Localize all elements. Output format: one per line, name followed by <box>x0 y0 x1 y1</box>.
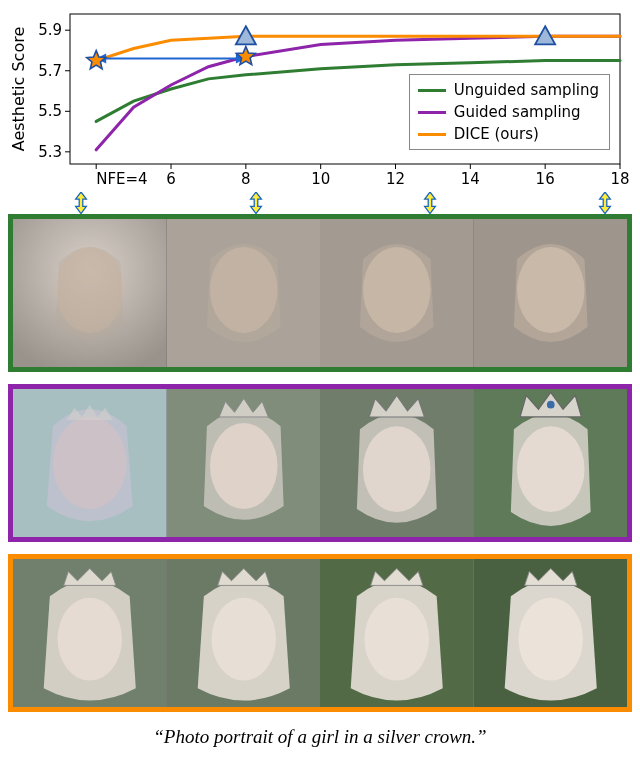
svg-text:5.3: 5.3 <box>38 143 62 161</box>
svg-text:12: 12 <box>386 170 405 188</box>
updown-arrow-icon <box>596 193 614 213</box>
sample-image <box>320 559 474 707</box>
image-row-dice <box>8 554 632 712</box>
sample-image <box>320 389 474 537</box>
image-row-unguided <box>8 214 632 372</box>
svg-text:5.7: 5.7 <box>38 62 62 80</box>
sample-image <box>13 389 167 537</box>
legend-label: DICE (ours) <box>454 125 539 143</box>
legend-swatch <box>418 133 446 136</box>
sample-image <box>474 559 628 707</box>
sample-image <box>13 219 167 367</box>
svg-marker-28 <box>236 47 255 65</box>
sample-image <box>474 389 628 537</box>
legend-label: Guided sampling <box>454 103 581 121</box>
legend-item: Guided sampling <box>418 101 599 123</box>
sample-image <box>320 219 474 367</box>
svg-text:Aesthetic Score: Aesthetic Score <box>9 27 28 152</box>
svg-text:18: 18 <box>610 170 629 188</box>
column-arrow-row <box>8 192 632 214</box>
legend-item: Unguided sampling <box>418 79 599 101</box>
image-row-guided <box>8 384 632 542</box>
legend-item: DICE (ours) <box>418 123 599 145</box>
chart-legend: Unguided sampling Guided sampling DICE (… <box>409 74 610 150</box>
legend-swatch <box>418 111 446 114</box>
svg-text:5.9: 5.9 <box>38 21 62 39</box>
updown-arrow-icon <box>247 193 265 213</box>
svg-text:8: 8 <box>241 170 251 188</box>
svg-text:14: 14 <box>461 170 480 188</box>
updown-arrow-icon <box>72 193 90 213</box>
legend-label: Unguided sampling <box>454 81 599 99</box>
legend-swatch <box>418 89 446 92</box>
svg-text:5.5: 5.5 <box>38 102 62 120</box>
sample-image <box>474 219 628 367</box>
svg-text:NFE=4: NFE=4 <box>96 170 147 188</box>
svg-text:6: 6 <box>166 170 176 188</box>
sample-image <box>167 389 321 537</box>
prompt-caption: “Photo portrait of a girl in a silver cr… <box>8 724 632 754</box>
aesthetic-score-chart: 5.35.55.75.9NFE=4681012141618Aesthetic S… <box>8 6 632 192</box>
svg-text:10: 10 <box>311 170 330 188</box>
svg-marker-27 <box>87 51 106 69</box>
updown-arrow-icon <box>421 193 439 213</box>
sample-image <box>167 219 321 367</box>
svg-text:16: 16 <box>536 170 555 188</box>
sample-image <box>13 559 167 707</box>
figure-container: 5.35.55.75.9NFE=4681012141618Aesthetic S… <box>0 0 640 754</box>
sample-image <box>167 559 321 707</box>
svg-point-47 <box>546 401 554 409</box>
